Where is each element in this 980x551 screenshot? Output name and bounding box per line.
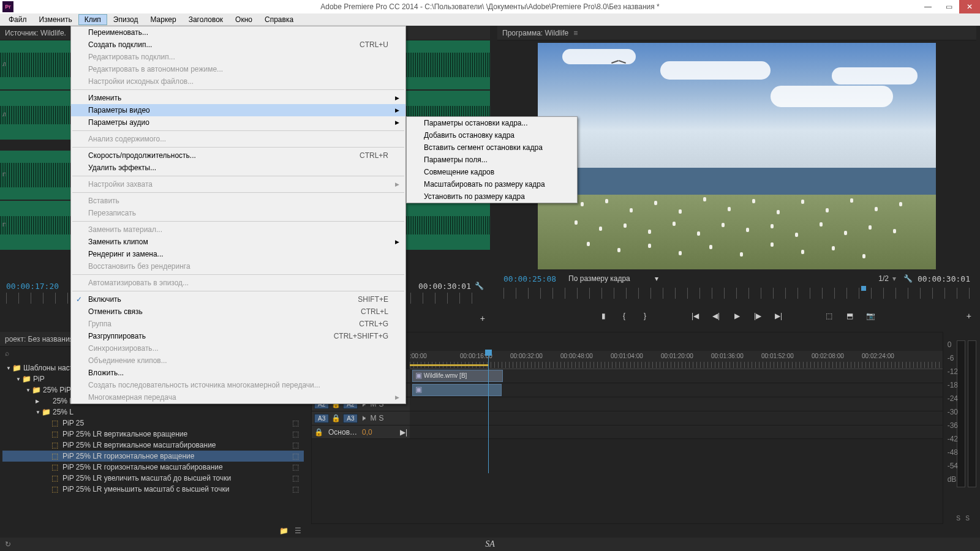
clip-menu-dropdown[interactable]: Переименовать...Создать подклип...CTRL+U… — [70, 26, 406, 404]
menu-item[interactable]: Отменить связьCTRL+L — [71, 305, 405, 318]
tree-item[interactable]: ⬚PiP 25⬚ — [2, 418, 304, 429]
track-target-toggle[interactable]: A3 — [343, 414, 358, 423]
tree-item[interactable]: ⬚PiP 25% LR горизонтальное вращение⬚ — [2, 451, 304, 462]
track-source-toggle[interactable]: A3 — [314, 414, 329, 423]
tree-item[interactable]: ▼📁25% L — [2, 407, 304, 418]
menu-item[interactable]: Скорость/продолжительность...CTRL+R — [71, 149, 405, 162]
goto-in-icon[interactable]: |◀ — [690, 311, 700, 321]
menu-item[interactable]: Удалить эффекты... — [71, 162, 405, 174]
lock-icon[interactable]: 🔒 — [314, 428, 323, 437]
meter-labels: 0-6-12-18-24-30-36-42-48-54dB — [948, 340, 958, 489]
menu-маркер[interactable]: Маркер — [144, 14, 182, 25]
menu-справка[interactable]: Справка — [258, 14, 300, 25]
step-forward-icon[interactable]: |▶ — [753, 311, 763, 321]
master-value[interactable]: 0,0 — [362, 428, 372, 437]
program-tc-in[interactable]: 00:00:25:08 — [503, 274, 556, 283]
panel-menu-icon[interactable]: ≡ — [573, 29, 578, 37]
add-button[interactable]: + — [967, 311, 971, 321]
search-icon[interactable]: ⌕ — [5, 349, 9, 358]
sync-icon[interactable]: ↻ — [5, 540, 11, 549]
minimize-button[interactable]: — — [918, 0, 938, 13]
program-ruler[interactable] — [503, 288, 970, 299]
lift-icon[interactable]: ⬚ — [824, 311, 834, 321]
mute-icon[interactable]: M — [370, 414, 376, 422]
add-button[interactable]: + — [480, 313, 485, 323]
menu-изменить[interactable]: Изменить — [33, 14, 78, 25]
menu-item: Объединение клипов... — [71, 354, 405, 367]
menu-клип[interactable]: Клип — [78, 14, 107, 25]
new-folder-icon[interactable]: 📁 — [279, 527, 288, 535]
extract-icon[interactable]: ⬒ — [845, 311, 854, 321]
menu-item[interactable]: Параметры аудио▶ — [71, 116, 405, 129]
menu-item[interactable]: РазгруппироватьCTRL+SHIFT+G — [71, 330, 405, 342]
submenu-item[interactable]: Параметры поля... — [407, 154, 577, 166]
eye-icon[interactable]: 🕨 — [360, 414, 368, 422]
menu-item[interactable]: Вложить... — [71, 367, 405, 379]
maximize-button[interactable]: ▭ — [938, 0, 959, 13]
playhead-marker[interactable] — [861, 286, 866, 291]
track-row: A3🔒A3🕨MS — [312, 411, 943, 425]
zoom-caret-icon[interactable]: ▾ — [892, 274, 896, 283]
tree-item[interactable]: ⬚PiP 25% LR вертикальное масштабирование… — [2, 440, 304, 451]
program-timecode-row: 00:00:25:08 По размеру кадра▾ 1/2 ▾ 🔧 00… — [497, 272, 976, 285]
tree-item[interactable]: ⬚PiP 25% LR уменьшить масштаб с высшей т… — [2, 484, 304, 495]
export-frame-icon[interactable]: 📷 — [865, 311, 875, 321]
source-tc-in[interactable]: 00:00:17:20 — [6, 282, 59, 291]
wrench-icon[interactable]: 🔧 — [475, 282, 484, 290]
skip-icon[interactable]: ▶| — [400, 428, 407, 437]
tree-item[interactable]: ⬚PiP 25% LR вертикальное вращение⬚ — [2, 429, 304, 440]
tree-item[interactable]: ⬚PiP 25% LR увеличить масштаб до высшей … — [2, 473, 304, 484]
submenu-item[interactable]: Совмещение кадров — [407, 166, 577, 178]
solo-buttons[interactable]: S S — [946, 515, 980, 522]
menu-заголовок[interactable]: Заголовок — [183, 14, 229, 25]
menu-окно[interactable]: Окно — [229, 14, 258, 25]
master-label: Основ… — [328, 428, 357, 437]
goto-out-icon[interactable]: ▶| — [774, 311, 783, 321]
statusbar: ↻ SA — [0, 538, 980, 551]
track-row: A2🔒A2🕨MS — [312, 397, 943, 411]
step-back-icon[interactable]: ◀| — [711, 311, 721, 321]
menu-item: Вставить — [71, 195, 405, 207]
submenu-item[interactable]: Установить по размеру кадра — [407, 190, 577, 203]
program-tc-out: 00:00:30:01 — [918, 274, 970, 283]
menu-item[interactable]: Переименовать... — [71, 26, 405, 39]
submenu-item[interactable]: Масштабировать по размеру кадра — [407, 178, 577, 190]
timeline-tracks: V1🔒V1👁MS▣ Wildlife.wmv [В]A1🔒A1🕨MS▣A2🔒A2… — [312, 369, 943, 425]
menu-item[interactable]: Заменить клипом▶ — [71, 236, 405, 248]
menu-item[interactable]: ✓ВключитьSHIFT+E — [71, 293, 405, 305]
track-row: V1🔒V1👁MS▣ Wildlife.wmv [В] — [312, 369, 943, 383]
program-panel-header: Программа: Wildlife ≡ — [497, 26, 976, 40]
menu-item: Настройки исходных файлов... — [71, 75, 405, 88]
menu-файл[interactable]: Файл — [2, 14, 33, 25]
wrench-icon[interactable]: 🔧 — [903, 274, 913, 283]
submenu-item[interactable]: Вставить сегмент остановки кадра — [407, 141, 577, 154]
menu-item: Автоматизировать в эпизод... — [71, 277, 405, 289]
play-icon[interactable]: ▶ — [732, 311, 742, 321]
lock-icon[interactable]: 🔒 — [331, 414, 341, 422]
menu-item: Восстановить без рендеринга — [71, 260, 405, 272]
program-monitor[interactable] — [538, 43, 936, 269]
tree-item[interactable]: ⬚PiP 25% LR горизонтальное масштабирован… — [2, 462, 304, 473]
menubar: ФайлИзменитьКлипЭпизодМаркерЗаголовокОкн… — [0, 13, 980, 26]
app-icon: Pr — [2, 1, 13, 12]
project-title: роект: Без названия — [5, 335, 74, 343]
menu-item[interactable]: Создать подклип...CTRL+U — [71, 39, 405, 51]
video-params-submenu[interactable]: Параметры остановки кадра...Добавить ост… — [406, 116, 578, 203]
submenu-item[interactable]: Добавить остановку кадра — [407, 129, 577, 141]
menu-item[interactable]: Изменить▶ — [71, 92, 405, 104]
menu-item[interactable]: Параметры видео▶ — [71, 104, 405, 116]
timeline-clip[interactable]: ▣ Wildlife.wmv [В] — [412, 370, 503, 382]
timeline-playhead[interactable] — [488, 351, 489, 473]
menu-item[interactable]: Рендеринг и замена... — [71, 248, 405, 260]
mark-in-icon[interactable]: ▮ — [598, 311, 608, 321]
brace-out-icon[interactable]: } — [640, 311, 650, 321]
list-view-icon[interactable]: ☰ — [295, 527, 301, 535]
zoom-level[interactable]: 1/2 — [878, 274, 889, 283]
solo-icon[interactable]: S — [379, 414, 383, 422]
close-button[interactable]: ✕ — [959, 0, 980, 13]
zoom-fit-dropdown[interactable]: По размеру кадра▾ — [568, 274, 658, 283]
brace-in-icon[interactable]: { — [619, 311, 629, 321]
submenu-item[interactable]: Параметры остановки кадра... — [407, 117, 577, 129]
menu-item: Настройки захвата▶ — [71, 178, 405, 190]
menu-эпизод[interactable]: Эпизод — [107, 14, 145, 25]
